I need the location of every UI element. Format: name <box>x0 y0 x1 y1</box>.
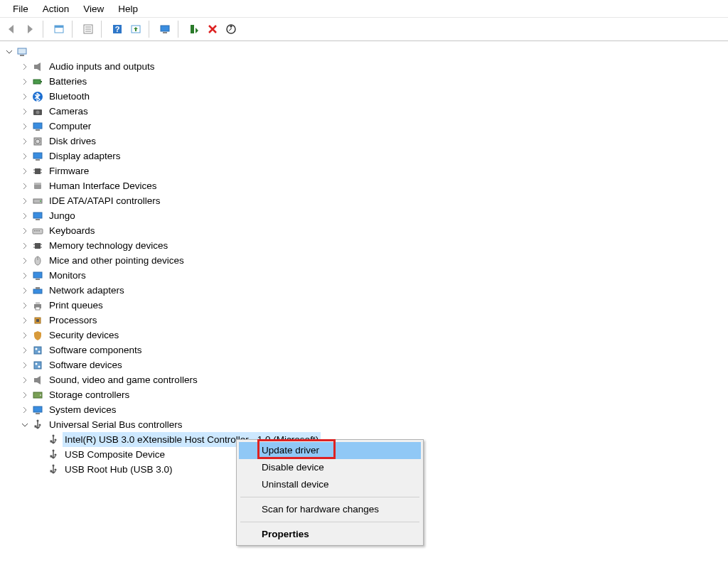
svg-rect-36 <box>33 212 42 218</box>
expand-icon[interactable] <box>20 271 30 281</box>
tree-category-monitors[interactable]: Monitors <box>18 268 728 283</box>
expand-icon[interactable] <box>20 77 30 87</box>
expand-icon[interactable] <box>20 107 30 117</box>
svg-point-69 <box>37 419 39 421</box>
expander-spacer <box>36 450 46 460</box>
tree-category-jungo[interactable]: Jungo <box>18 208 728 223</box>
menu-action[interactable]: Action <box>36 1 77 16</box>
tree-category-usb[interactable]: Universal Serial Bus controllers <box>18 417 728 432</box>
chip-icon <box>32 240 43 252</box>
menu-file[interactable]: File <box>6 1 36 16</box>
svg-point-75 <box>53 449 55 451</box>
svg-rect-10 <box>163 32 167 33</box>
tree-category-softdev[interactable]: Software devices <box>18 357 728 372</box>
tree-category-display[interactable]: Display adapters <box>18 149 728 163</box>
expand-icon[interactable] <box>20 226 30 236</box>
expand-icon[interactable] <box>20 92 30 102</box>
expand-icon[interactable] <box>20 122 30 131</box>
network-icon <box>32 285 43 296</box>
category-label: Monitors <box>47 268 88 283</box>
tree-category-audio[interactable]: Audio inputs and outputs <box>18 59 728 74</box>
toolbar-separator <box>72 21 76 38</box>
svg-rect-13 <box>18 48 26 54</box>
svg-point-80 <box>55 468 57 470</box>
tree-category-print[interactable]: Print queues <box>18 298 728 313</box>
tree-category-storage[interactable]: Storage controllers <box>18 387 728 402</box>
tree-category-batteries[interactable]: Batteries <box>18 74 728 89</box>
tree-category-processors[interactable]: Processors <box>18 313 728 328</box>
properties-button[interactable] <box>80 21 97 38</box>
tree-category-mice[interactable]: Mice and other pointing devices <box>18 253 728 268</box>
svg-rect-26 <box>36 159 40 161</box>
update-driver-button[interactable] <box>127 21 144 38</box>
expand-icon[interactable] <box>20 151 30 161</box>
tree-root[interactable] <box>3 44 728 59</box>
help-button[interactable]: ? <box>109 21 126 38</box>
expand-icon[interactable] <box>20 286 30 296</box>
svg-point-20 <box>36 110 40 114</box>
svg-point-60 <box>38 350 41 352</box>
tree-category-computer[interactable]: Computer <box>18 119 728 134</box>
hid-icon <box>32 181 43 192</box>
expand-icon[interactable] <box>20 196 30 206</box>
expand-icon[interactable] <box>20 211 30 221</box>
svg-rect-14 <box>20 55 24 56</box>
ctx-disable-device[interactable]: Disable device <box>239 459 421 476</box>
enable-device-button[interactable] <box>186 21 203 38</box>
expand-icon[interactable] <box>20 405 30 415</box>
expand-icon[interactable] <box>20 62 30 72</box>
svg-rect-17 <box>41 81 42 82</box>
expand-icon[interactable] <box>20 390 30 400</box>
scan-button[interactable] <box>223 21 240 38</box>
expand-icon[interactable] <box>20 316 30 325</box>
ctx-uninstall-device[interactable]: Uninstall device <box>239 476 421 493</box>
computer-button[interactable] <box>156 21 173 38</box>
ctx-properties[interactable]: Properties <box>239 526 421 543</box>
disk-icon <box>32 136 43 147</box>
bluetooth-icon <box>32 91 43 102</box>
svg-rect-39 <box>34 230 36 232</box>
device-tree[interactable]: Audio inputs and outputsBatteriesBluetoo… <box>0 41 728 587</box>
svg-rect-68 <box>36 413 40 414</box>
ctx-update-driver[interactable]: Update driver <box>239 442 421 459</box>
tree-category-cameras[interactable]: Cameras <box>18 104 728 119</box>
expand-icon[interactable] <box>20 241 30 251</box>
tree-category-softcomp[interactable]: Software components <box>18 343 728 357</box>
tree-category-bluetooth[interactable]: Bluetooth <box>18 89 728 104</box>
expand-icon[interactable] <box>20 375 30 385</box>
menu-view[interactable]: View <box>76 1 111 16</box>
monitor-icon <box>32 121 43 132</box>
expand-icon[interactable] <box>20 330 30 340</box>
forward-button[interactable] <box>21 21 38 38</box>
ctx-scan[interactable]: Scan for hardware changes <box>239 501 421 518</box>
svg-rect-51 <box>33 289 42 294</box>
expand-icon[interactable] <box>20 301 30 311</box>
expand-icon[interactable] <box>20 360 30 370</box>
expand-icon[interactable] <box>20 166 30 176</box>
svg-point-72 <box>53 434 55 436</box>
tree-category-hid[interactable]: Human Interface Devices <box>18 178 728 193</box>
tree-category-keyboards[interactable]: Keyboards <box>18 223 728 238</box>
tree-category-memory[interactable]: Memory technology devices <box>18 238 728 253</box>
usb-icon <box>48 449 59 461</box>
expand-icon[interactable] <box>20 181 30 191</box>
tree-category-ide[interactable]: IDE ATA/ATAPI controllers <box>18 193 728 208</box>
tree-category-system[interactable]: System devices <box>18 402 728 417</box>
expand-icon[interactable] <box>20 345 30 355</box>
tree-category-firmware[interactable]: Firmware <box>18 163 728 178</box>
expand-icon[interactable] <box>4 47 14 57</box>
back-button[interactable] <box>3 21 20 38</box>
tree-category-disk[interactable]: Disk drives <box>18 134 728 149</box>
tree-category-network[interactable]: Network adapters <box>18 283 728 298</box>
expand-icon[interactable] <box>20 256 30 266</box>
expand-icon[interactable] <box>20 136 30 146</box>
category-label: IDE ATA/ATAPI controllers <box>47 193 163 208</box>
uninstall-button[interactable] <box>204 21 221 38</box>
tree-category-security[interactable]: Security devices <box>18 328 728 343</box>
menu-help[interactable]: Help <box>111 1 145 16</box>
monitor-icon <box>32 404 43 416</box>
collapse-icon[interactable] <box>20 420 30 430</box>
tree-category-sound[interactable]: Sound, video and game controllers <box>18 372 728 387</box>
category-label: Batteries <box>47 74 89 89</box>
show-hidden-button[interactable] <box>50 21 68 38</box>
